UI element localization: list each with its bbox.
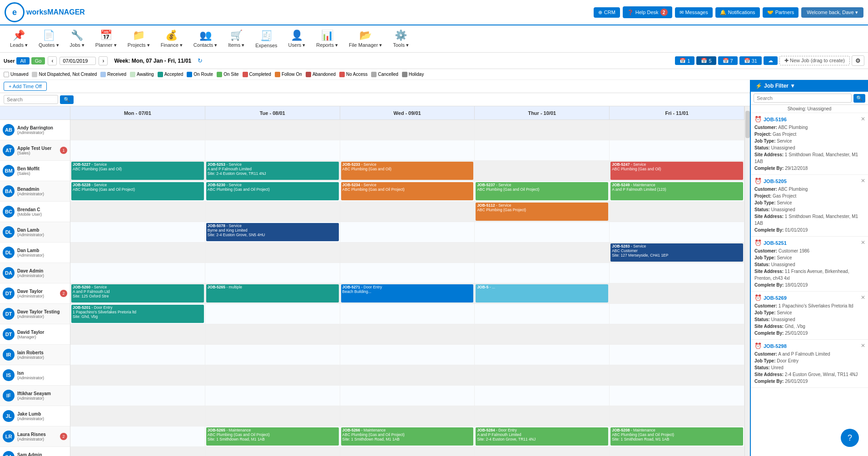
menu-item-filemanager[interactable]: 📂 File Manager ▾ bbox=[343, 28, 387, 50]
job-block-JOB-5112[interactable]: JOB-5112 - ServiceABC Plumbing (Gas Proj… bbox=[476, 203, 608, 221]
job-id-JOB-5205[interactable]: JOB-5205 bbox=[764, 178, 787, 184]
cell-daveadmin-tue bbox=[205, 263, 340, 283]
cell-ian-thu bbox=[475, 365, 610, 385]
user-avatar-iftikhar: IF bbox=[3, 390, 15, 401]
job-close-button-JOB-5205[interactable]: ✕ bbox=[861, 178, 865, 184]
help-button[interactable]: ? bbox=[841, 429, 859, 447]
logo-area: e worksMANAGER bbox=[5, 2, 85, 22]
job-card-header-JOB-5251: ⏰ JOB-5251 ✕ bbox=[754, 239, 864, 246]
prev-week-button[interactable]: ‹ bbox=[48, 56, 57, 65]
job-block-JOB-5284[interactable]: JOB-5284 - Door EntryA and P Falmouth Li… bbox=[476, 427, 608, 446]
user-name-jake: Jake Lumb bbox=[17, 411, 67, 416]
filter-search-button[interactable]: 🔍 bbox=[853, 94, 865, 103]
legend-dot-accepted bbox=[158, 72, 163, 77]
messages-button[interactable]: ✉ Messages bbox=[675, 7, 713, 18]
job-block-JOB-5234[interactable]: JOB-5234 - ServiceABC Plumbing (Gas and … bbox=[341, 182, 474, 200]
menu-item-contacts[interactable]: 👥 Contacts ▾ bbox=[188, 28, 223, 50]
job-close-button-JOB-5298[interactable]: ✕ bbox=[861, 342, 865, 349]
job-block-JOB-5265[interactable]: JOB-5265 - MaintenanceABC Plumbing (Gas … bbox=[206, 427, 339, 446]
job-block-JOB-5233[interactable]: JOB-5233 - ServiceABC Plumbing (Gas and … bbox=[341, 162, 474, 180]
job-id-JOB-5298[interactable]: JOB-5298 bbox=[764, 343, 787, 349]
cell-iainroberts-fri bbox=[610, 345, 744, 365]
job-block-JOB-5237[interactable]: JOB-5237 - ServiceABC Plumbing (Gas and … bbox=[476, 182, 608, 200]
menu-item-users[interactable]: 👤 Users ▾ bbox=[283, 28, 311, 50]
menu-label-contacts: Contacts ▾ bbox=[193, 42, 217, 48]
job-block-JOB-5253[interactable]: JOB-5253 - ServiceA and P Falmouth Limit… bbox=[206, 162, 339, 180]
scrollbar[interactable] bbox=[744, 106, 750, 456]
view-5-button[interactable]: 📅 5 bbox=[696, 56, 716, 65]
job-block-JOB-5283[interactable]: JOB-5283 - ServiceABC CustomerSite: 127 … bbox=[610, 243, 743, 262]
search-input[interactable] bbox=[4, 95, 58, 104]
date-input[interactable] bbox=[60, 57, 96, 65]
menu-item-jobs[interactable]: 🔧 Jobs ▾ bbox=[64, 28, 90, 50]
menu-item-items[interactable]: 🛒 Items ▾ bbox=[223, 28, 250, 50]
notifications-button[interactable]: 🔔 Notifications bbox=[715, 7, 760, 18]
view-31-button[interactable]: 📅 31 bbox=[739, 56, 762, 65]
helpdesk-button[interactable]: ❓ Help Desk 2 bbox=[623, 6, 672, 18]
job-block-JOB-5230[interactable]: JOB-5230 - ServiceABC Plumbing (Gas and … bbox=[206, 182, 339, 200]
menu-item-expenses[interactable]: 🧾 Expenses bbox=[250, 28, 283, 50]
menu-item-quotes[interactable]: 📄 Quotes ▾ bbox=[33, 28, 64, 50]
calendar-row-iainroberts bbox=[70, 345, 744, 365]
cell-ben-fri: JOB-5247 - ServiceABC Plumbing (Gas and … bbox=[610, 161, 744, 181]
user-badge-davetaylor: 2 bbox=[60, 290, 67, 297]
cell-davidtaylor-wed bbox=[340, 324, 475, 344]
cell-davetaylor2-mon: JOB-5201 - Door Entry1 Papachino's Silve… bbox=[70, 304, 205, 324]
crm-button[interactable]: ⊕ CRM bbox=[594, 7, 620, 18]
go-button[interactable]: Go bbox=[31, 57, 45, 64]
day-header-fri: Fri - 11/01 bbox=[610, 106, 744, 119]
logo-icon: e bbox=[5, 2, 25, 22]
job-block-JOB-5260[interactable]: JOB-5260 - ServiceA and P Falmouth LtdSi… bbox=[71, 284, 204, 302]
next-week-button[interactable]: › bbox=[99, 56, 108, 65]
partners-button[interactable]: 🤝 Partners bbox=[763, 7, 799, 18]
menu-item-leads[interactable]: 📌 Leads ▾ bbox=[5, 28, 33, 50]
job-id-JOB-5251[interactable]: JOB-5251 bbox=[764, 240, 787, 246]
user-role-ben: (Sales) bbox=[17, 171, 67, 176]
job-block-JOB-5201[interactable]: JOB-5201 - Door Entry1 Papachino's Silve… bbox=[71, 305, 204, 323]
user-name-iainroberts: Iain Roberts bbox=[17, 350, 67, 355]
user-avatar-apple: AT bbox=[3, 144, 15, 156]
job-close-button-JOB-5251[interactable]: ✕ bbox=[861, 239, 865, 246]
menu-item-planner[interactable]: 📅 Planner ▾ bbox=[90, 28, 122, 50]
menu-icon-items: 🛒 bbox=[230, 30, 243, 41]
job-block-JOB-5[interactable]: JOB-5 - ... bbox=[476, 284, 608, 302]
job-block-JOB-5078[interactable]: JOB-5078 - ServiceByrne and King Limited… bbox=[206, 223, 339, 241]
job-block-JOB-5247[interactable]: JOB-5247 - ServiceABC Plumbing (Gas and … bbox=[610, 162, 743, 180]
job-id-JOB-5196[interactable]: JOB-5196 bbox=[764, 117, 787, 122]
view-cloud-button[interactable]: ☁ bbox=[764, 56, 778, 65]
filter-all-button[interactable]: All bbox=[16, 57, 29, 64]
menu-icon-contacts: 👥 bbox=[199, 30, 212, 41]
user-row-brendan: BC Brendan C (Mobile User) bbox=[0, 202, 70, 222]
job-block-JOB-5266[interactable]: JOB-5266 - MaintenanceABC Plumbing (Gas … bbox=[341, 427, 474, 446]
user-info-andy: Andy Barrington (Administrator) bbox=[17, 125, 67, 135]
search-button[interactable]: 🔍 bbox=[60, 95, 74, 104]
menu-item-projects[interactable]: 📁 Projects ▾ bbox=[122, 28, 155, 50]
job-block-JOB-5227[interactable]: JOB-5227 - ServiceABC Plumbing (Gas and … bbox=[71, 162, 204, 180]
cell-iftikhar-thu bbox=[475, 386, 610, 406]
new-job-area[interactable]: ✚ New Job (drag to create) bbox=[779, 56, 850, 65]
job-block-JOB-5208[interactable]: JOB-5208 - MaintenanceABC Plumbing (Gas … bbox=[610, 427, 743, 446]
cell-iainroberts-thu bbox=[475, 345, 610, 365]
menu-item-tools[interactable]: ⚙️ Tools ▾ bbox=[387, 28, 414, 50]
job-close-button-JOB-5196[interactable]: ✕ bbox=[861, 116, 865, 122]
user-avatar-danlamb2: DL bbox=[3, 247, 15, 258]
filter-search-input[interactable] bbox=[754, 94, 852, 103]
menu-item-reports[interactable]: 📊 Reports ▾ bbox=[311, 28, 343, 50]
add-time-off-button[interactable]: + Add Time Off bbox=[4, 82, 47, 91]
refresh-button[interactable]: ↻ bbox=[198, 57, 203, 64]
menu-item-finance[interactable]: 💰 Finance ▾ bbox=[155, 28, 188, 50]
view-1-button[interactable]: 📅 1 bbox=[675, 56, 694, 65]
job-id-JOB-5269[interactable]: JOB-5269 bbox=[764, 295, 787, 301]
view-7-button[interactable]: 📅 7 bbox=[718, 56, 738, 65]
cell-davetaylor-fri bbox=[610, 283, 744, 303]
job-block-JOB-5271[interactable]: JOB-5271 - Door EntryBeach Building... bbox=[341, 284, 474, 302]
calendar-row-danlamb2: JOB-5283 - ServiceABC CustomerSite: 127 … bbox=[70, 243, 744, 263]
settings-button[interactable]: ⚙ bbox=[852, 55, 864, 66]
welcome-button[interactable]: Welcome back, Dave ▾ bbox=[801, 7, 863, 18]
job-block-JOB-5265[interactable]: JOB-5265 - multiple bbox=[206, 284, 339, 302]
job-block-JOB-5249[interactable]: JOB-5249 - MaintenanceA and P Falmouth L… bbox=[610, 182, 743, 200]
job-close-button-JOB-5269[interactable]: ✕ bbox=[861, 294, 865, 301]
user-rows: AB Andy Barrington (Administrator) AT Ap… bbox=[0, 120, 70, 456]
job-block-JOB-5228[interactable]: JOB-5228 - ServiceABC Plumbing (Gas and … bbox=[71, 182, 204, 200]
legend-dot-abandoned bbox=[306, 72, 311, 77]
